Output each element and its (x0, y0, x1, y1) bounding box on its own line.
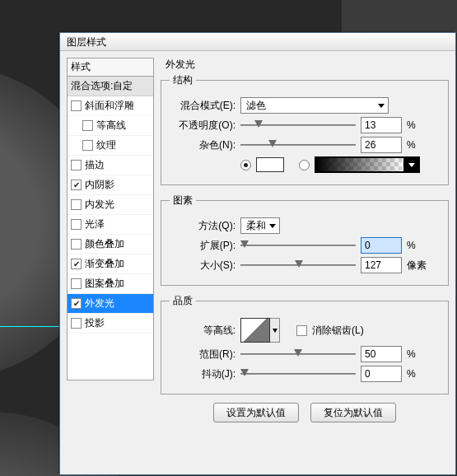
style-row[interactable]: 纹理 (68, 136, 153, 156)
technique-value: 柔和 (246, 219, 266, 233)
contour-label: 等高线: (170, 324, 235, 338)
spread-label: 扩展(P): (170, 239, 235, 253)
style-checkbox[interactable] (71, 219, 82, 230)
layer-style-dialog: 图层样式 样式 混合选项:自定 斜面和浮雕等高线纹理描边内阴影内发光光泽颜色叠加… (59, 32, 456, 475)
blend-mode-label: 混合模式(E): (170, 99, 235, 113)
antialias-checkbox[interactable] (296, 325, 307, 336)
percent-unit: % (407, 139, 430, 151)
style-row[interactable]: 内阴影 (68, 175, 153, 195)
range-slider[interactable] (240, 348, 356, 361)
technique-label: 方法(Q): (170, 219, 235, 233)
size-label: 大小(S): (170, 259, 235, 273)
style-row[interactable]: 内发光 (68, 195, 153, 215)
style-row[interactable]: 光泽 (68, 215, 153, 235)
style-checkbox[interactable] (71, 239, 82, 250)
style-row[interactable]: 描边 (68, 156, 153, 175)
reset-default-button[interactable]: 复位为默认值 (310, 403, 396, 422)
percent-unit: % (407, 119, 430, 131)
elements-group: 图素 方法(Q): 柔和 扩展(P): % (161, 194, 449, 286)
contour-picker[interactable] (240, 318, 280, 343)
style-label: 投影 (85, 316, 105, 330)
jitter-input[interactable] (361, 366, 402, 382)
style-label: 内阴影 (85, 178, 114, 192)
style-row[interactable]: 等高线 (68, 116, 153, 136)
technique-select[interactable]: 柔和 (240, 217, 280, 234)
opacity-input[interactable] (361, 117, 402, 133)
styles-sidebar: 样式 混合选项:自定 斜面和浮雕等高线纹理描边内阴影内发光光泽颜色叠加渐变叠加图… (67, 58, 154, 422)
styles-header[interactable]: 样式 (67, 58, 154, 76)
styles-list: 混合选项:自定 斜面和浮雕等高线纹理描边内阴影内发光光泽颜色叠加渐变叠加图案叠加… (67, 76, 154, 380)
gradient-preview (315, 157, 404, 172)
chevron-down-icon (269, 224, 276, 228)
spread-input[interactable] (361, 237, 402, 254)
style-label: 外发光 (85, 296, 114, 310)
style-row[interactable]: 渐变叠加 (68, 254, 153, 274)
chevron-down-icon (408, 163, 415, 167)
range-input[interactable] (361, 346, 402, 362)
blending-options-row[interactable]: 混合选项:自定 (68, 77, 153, 96)
panel-title: 外发光 (166, 58, 449, 72)
style-checkbox[interactable] (71, 199, 82, 210)
jitter-label: 抖动(J): (170, 367, 235, 381)
chevron-down-icon (273, 329, 277, 333)
style-checkbox[interactable] (82, 120, 93, 131)
style-label: 等高线 (96, 119, 126, 133)
pixel-unit: 像素 (407, 259, 430, 273)
blend-mode-value: 滤色 (246, 99, 266, 113)
blend-mode-select[interactable]: 滤色 (240, 97, 389, 114)
elements-legend: 图素 (170, 194, 196, 208)
style-label: 描边 (85, 158, 105, 172)
gradient-dropdown-button[interactable] (404, 157, 419, 172)
opacity-slider[interactable] (240, 119, 356, 132)
noise-slider[interactable] (240, 138, 356, 152)
style-label: 纹理 (96, 138, 116, 152)
percent-unit: % (407, 368, 430, 380)
opacity-label: 不透明度(O): (170, 119, 235, 133)
contour-dropdown-button[interactable] (270, 318, 280, 343)
make-default-button[interactable]: 设置为默认值 (213, 403, 299, 422)
style-row[interactable]: 斜面和浮雕 (68, 96, 153, 116)
noise-input[interactable] (361, 137, 402, 153)
quality-legend: 品质 (170, 294, 196, 308)
style-label: 颜色叠加 (85, 237, 124, 251)
structure-legend: 结构 (170, 73, 196, 87)
jitter-slider[interactable] (240, 367, 356, 380)
style-checkbox[interactable] (71, 259, 82, 269)
style-label: 内发光 (85, 198, 114, 212)
style-row[interactable]: 颜色叠加 (68, 235, 153, 254)
percent-unit: % (407, 240, 430, 251)
glow-color-radio[interactable] (240, 160, 251, 170)
style-row[interactable]: 外发光 (68, 294, 153, 314)
noise-label: 杂色(N): (170, 138, 235, 152)
style-checkbox[interactable] (82, 140, 93, 151)
style-checkbox[interactable] (71, 278, 82, 289)
contour-preview (240, 318, 270, 343)
style-label: 光泽 (85, 217, 105, 231)
style-checkbox[interactable] (71, 180, 82, 190)
quality-group: 品质 等高线: 消除锯齿(L) 范围(R): (161, 294, 449, 394)
size-input[interactable] (361, 257, 402, 273)
dialog-title: 图层样式 (60, 33, 455, 51)
structure-group: 结构 混合模式(E): 滤色 不透明度(O): % (161, 73, 449, 185)
style-checkbox[interactable] (71, 100, 82, 111)
glow-gradient-radio[interactable] (299, 160, 310, 170)
size-slider[interactable] (240, 259, 356, 272)
glow-gradient-picker[interactable] (315, 156, 420, 173)
style-checkbox[interactable] (71, 160, 82, 170)
style-label: 图案叠加 (85, 277, 124, 291)
chevron-down-icon (378, 104, 385, 108)
glow-color-swatch[interactable] (256, 157, 284, 172)
percent-unit: % (407, 348, 430, 360)
style-label: 渐变叠加 (85, 257, 124, 271)
style-checkbox[interactable] (71, 318, 82, 329)
antialias-label: 消除锯齿(L) (312, 324, 364, 338)
style-row[interactable]: 投影 (68, 314, 153, 334)
style-label: 斜面和浮雕 (85, 99, 134, 113)
range-label: 范围(R): (170, 348, 235, 362)
style-checkbox[interactable] (71, 298, 82, 309)
style-row[interactable]: 图案叠加 (68, 274, 153, 294)
spread-slider[interactable] (240, 239, 356, 252)
options-panel: 外发光 结构 混合模式(E): 滤色 不透明度(O): % (161, 58, 449, 422)
